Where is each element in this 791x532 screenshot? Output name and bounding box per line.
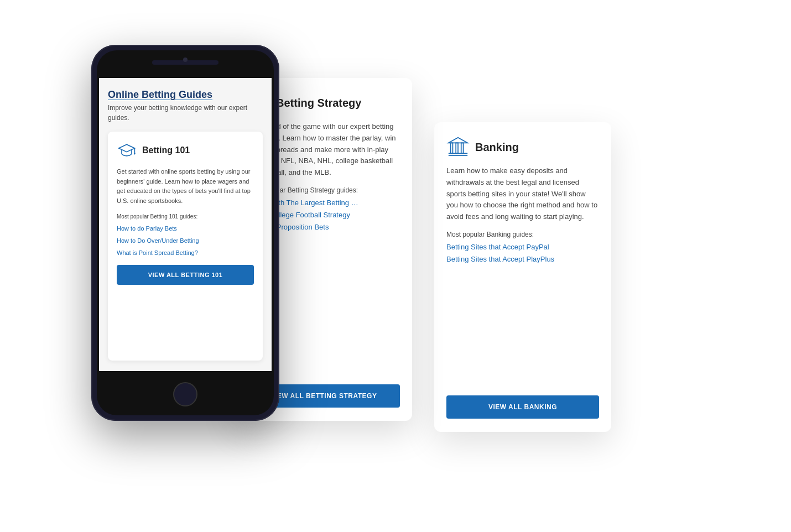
- betting101-links: How to do Parlay Bets How to Do Over/Und…: [117, 223, 254, 257]
- screen-content: Online Betting Guides Improve your betti…: [99, 78, 272, 371]
- screen-title: Online Betting Guides: [108, 89, 263, 101]
- list-item: How to Do Over/Under Betting: [117, 235, 254, 245]
- list-item: How to do Parlay Bets: [117, 223, 254, 233]
- phone-camera: [183, 58, 188, 62]
- svg-rect-9: [461, 143, 464, 153]
- phone-home-button[interactable]: [173, 382, 197, 406]
- banking-desc: Learn how to make easy deposits and with…: [446, 165, 599, 223]
- bank-icon: [446, 135, 470, 159]
- list-item: What is Point Spread Betting?: [117, 247, 254, 257]
- svg-rect-7: [451, 143, 453, 153]
- phone-device: Online Betting Guides Improve your betti…: [91, 45, 279, 421]
- banking-card: Banking Learn how to make easy deposits …: [434, 122, 611, 432]
- betting101-popular-label: Most popular Betting 101 guides:: [117, 213, 254, 220]
- banking-links: Betting Sites that Accept PayPal Betting…: [446, 242, 599, 266]
- banking-content: Banking Learn how to make easy deposits …: [434, 122, 611, 432]
- screen-subtitle: Improve your betting knowledge with our …: [108, 103, 263, 123]
- svg-marker-1: [134, 153, 136, 155]
- svg-marker-6: [449, 138, 467, 143]
- list-item: Betting Sites that Accept PayPal: [446, 242, 599, 252]
- spacer: [446, 274, 599, 395]
- playplus-link[interactable]: Betting Sites that Accept PlayPlus: [446, 255, 554, 263]
- betting-strategy-title: Betting Strategy: [276, 97, 361, 109]
- parlay-link[interactable]: How to do Parlay Bets: [117, 225, 177, 232]
- list-item: Betting Sites that Accept PlayPlus: [446, 254, 599, 264]
- betting101-desc: Get started with online sports betting b…: [117, 167, 254, 206]
- view-banking-button[interactable]: VIEW ALL BANKING: [446, 395, 599, 419]
- svg-rect-8: [456, 143, 458, 153]
- phone-inner: Online Betting Guides Improve your betti…: [97, 50, 274, 415]
- betting101-card: Betting 101 Get started with online spor…: [108, 132, 263, 361]
- mortarboard-icon: [117, 140, 137, 160]
- phone-screen: Online Betting Guides Improve your betti…: [99, 78, 272, 371]
- pointspread-link[interactable]: What is Point Spread Betting?: [117, 249, 198, 256]
- banking-title: Banking: [475, 141, 519, 154]
- banking-popular-label: Most popular Banking guides:: [446, 231, 599, 238]
- card-header: Betting 101: [117, 140, 254, 160]
- banking-header: Banking: [446, 135, 599, 159]
- scene: Online Betting Guides Improve your betti…: [91, 23, 700, 509]
- view-betting101-button[interactable]: VIEW ALL BETTING 101: [117, 265, 254, 285]
- betting101-title: Betting 101: [142, 145, 190, 155]
- overunder-link[interactable]: How to Do Over/Under Betting: [117, 237, 199, 244]
- paypal-link[interactable]: Betting Sites that Accept PayPal: [446, 243, 549, 251]
